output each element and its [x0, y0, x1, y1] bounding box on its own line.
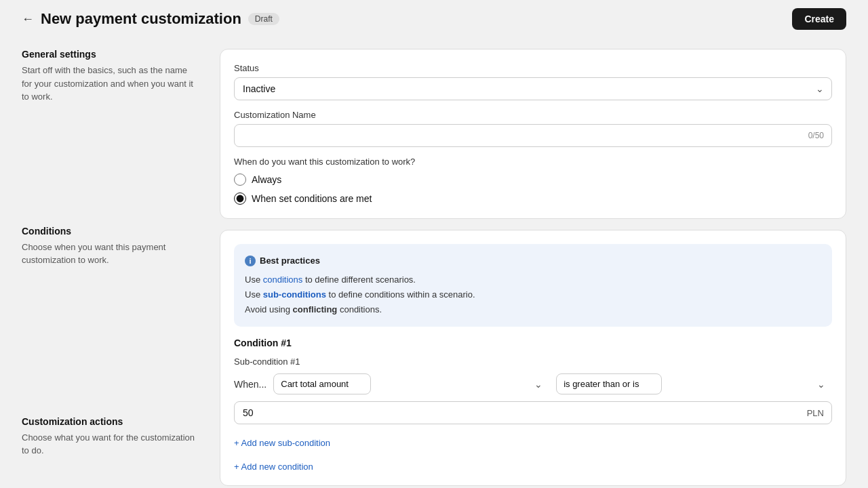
conditions-link[interactable]: conditions: [263, 274, 303, 285]
create-button[interactable]: Create: [792, 8, 846, 30]
char-count: 0/50: [808, 131, 824, 140]
general-settings-sidebar: General settings Start off with the basi…: [22, 49, 198, 104]
general-settings-desc: Start off with the basics, such as the n…: [22, 64, 198, 104]
value-input-wrapper: PLN: [234, 401, 832, 424]
conditions-sidebar: Conditions Choose when you want this pay…: [22, 226, 198, 267]
customization-name-input[interactable]: [234, 124, 832, 147]
customization-name-label: Customization Name: [234, 110, 832, 120]
subcondition-1-label: Sub-condition #1: [234, 357, 832, 367]
add-condition-button[interactable]: + Add new condition: [234, 462, 313, 472]
operator-arrow-icon: ⌄: [817, 379, 825, 390]
left-column: General settings Start off with the basi…: [22, 49, 198, 488]
customization-name-field: Customization Name 0/50: [234, 110, 832, 147]
radio-always-input[interactable]: [234, 174, 246, 186]
value-input[interactable]: [234, 401, 832, 424]
right-column: Status Inactive Active ⌄ Customization N…: [220, 49, 846, 488]
status-select[interactable]: Inactive Active: [234, 77, 832, 100]
operator-select-wrapper: is greater than or is is greater than is…: [556, 373, 832, 394]
customization-actions-sidebar: Customization actions Choose what you wa…: [22, 416, 198, 458]
when-work-label: When do you want this customization to w…: [234, 157, 832, 167]
condition-1-label: Condition #1: [234, 338, 832, 348]
conditions-card: i Best practices Use conditions to defin…: [220, 230, 846, 486]
cart-total-select-wrapper: Cart total amount ⌄: [273, 373, 549, 394]
best-practices-title: Best practices: [260, 253, 320, 268]
general-settings-card: Status Inactive Active ⌄ Customization N…: [220, 49, 846, 219]
best-practices-box: i Best practices Use conditions to defin…: [234, 244, 832, 327]
customization-actions-title: Customization actions: [22, 416, 198, 427]
bp-line2: Use sub-conditions to define conditions …: [245, 287, 821, 302]
main-layout: General settings Start off with the basi…: [0, 38, 868, 488]
add-subcondition-block: + Add new sub-condition: [234, 432, 832, 448]
bp-line1: Use conditions to define different scena…: [245, 272, 821, 287]
draft-badge: Draft: [248, 13, 279, 25]
back-button[interactable]: ←: [22, 12, 34, 26]
radio-group: Always When set conditions are met: [234, 174, 832, 205]
radio-conditions-label: When set conditions are met: [252, 193, 372, 204]
when-inline-label: When...: [234, 379, 267, 390]
condition-1: Condition #1 Sub-condition #1 When... Ca…: [234, 338, 832, 448]
status-select-wrapper: Inactive Active ⌄: [234, 77, 832, 100]
status-field: Status Inactive Active ⌄: [234, 63, 832, 100]
info-icon: i: [245, 256, 256, 266]
general-settings-title: General settings: [22, 49, 198, 60]
customization-name-input-wrapper: 0/50: [234, 124, 832, 147]
cart-total-arrow-icon: ⌄: [534, 379, 542, 390]
header-left: ← New payment customization Draft: [22, 10, 279, 28]
add-subcondition-button[interactable]: + Add new sub-condition: [234, 438, 330, 448]
best-practices-header: i Best practices: [245, 253, 821, 268]
currency-label: PLN: [807, 408, 824, 418]
radio-conditions[interactable]: When set conditions are met: [234, 192, 832, 205]
page-title: New payment customization: [41, 10, 241, 28]
conditions-desc: Choose when you want this payment custom…: [22, 241, 198, 267]
customization-actions-desc: Choose what you want for the customizati…: [22, 431, 198, 458]
cart-total-select[interactable]: Cart total amount: [273, 373, 371, 394]
add-condition-block: + Add new condition: [234, 456, 832, 472]
conditions-title: Conditions: [22, 226, 198, 237]
bp-line3: Avoid using conflicting conditions.: [245, 302, 821, 317]
sub-conditions-link[interactable]: sub-conditions: [263, 289, 326, 300]
operator-select[interactable]: is greater than or is is greater than is…: [556, 373, 662, 394]
radio-always-label: Always: [252, 174, 281, 185]
when-row: When... Cart total amount ⌄ is greater t…: [234, 373, 832, 394]
radio-conditions-input[interactable]: [234, 192, 246, 205]
status-label: Status: [234, 63, 832, 73]
header: ← New payment customization Draft Create: [0, 0, 868, 38]
radio-always[interactable]: Always: [234, 174, 832, 186]
